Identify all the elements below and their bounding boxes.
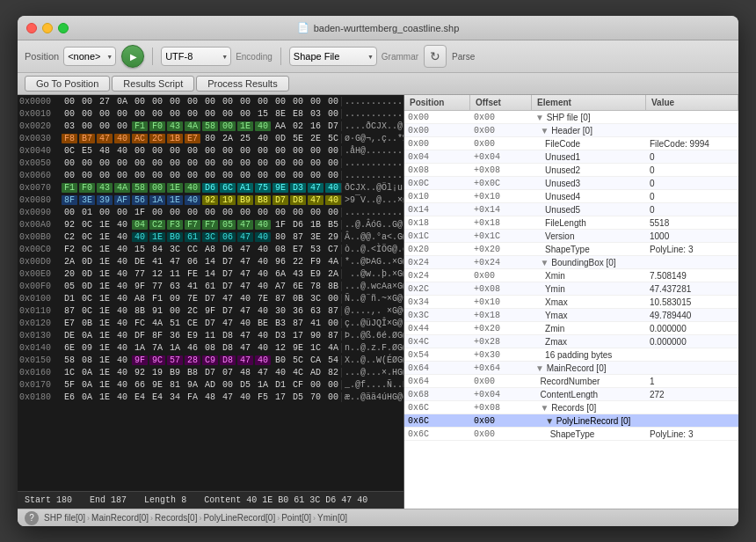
- tree-row-ymin[interactable]: 0x2C +0x08 Ymin 47.437281: [404, 282, 738, 296]
- tree-row-recordnumber[interactable]: 0x64 0x00 RecordNumber 1: [404, 375, 738, 388]
- hex-row-00f0: 0x00F0 050D1E40 9F776341 61D74740 A76E78…: [18, 280, 403, 292]
- position-select[interactable]: <none>: [63, 47, 116, 66]
- hex-row-0040: 0x0040 0CE54840 00000000 00000000 000000…: [18, 144, 403, 157]
- tree-row-shapetype-record[interactable]: 0x6C 0x00 ShapeType PolyLine: 3: [404, 428, 738, 441]
- tree-row-shp-file[interactable]: 0x00 0x00 ▼ SHP file [0]: [404, 111, 738, 124]
- tree-row-zmax[interactable]: 0x4C +0x28 Zmax 0.000000: [404, 335, 738, 348]
- tree-row-unused3[interactable]: 0x0C +0x0C Unused3 0: [404, 177, 738, 190]
- bc-shpfile[interactable]: SHP file[0]: [44, 513, 85, 523]
- bc-polylinerecord[interactable]: PolyLineRecord[0]: [203, 513, 275, 523]
- tree-panel: Position Offset Element Value 0x00 0x00 …: [404, 95, 738, 509]
- grammar-select[interactable]: Shape File: [289, 47, 377, 66]
- hex-row-0150: 0x0150 58081E40 9F9C5728 C9D84740 B05CCA…: [18, 354, 403, 366]
- hex-row-00b0: 0x00B0 C20C1E40 401EB061 3C064740 80873E…: [18, 231, 403, 243]
- traffic-lights: [26, 23, 69, 33]
- hex-row-0070: 0x0070 F1F0434A 58001E40 D66CA175 9ED347…: [18, 181, 403, 194]
- tree-row-ymax[interactable]: 0x3C +0x18 Ymax 49.789440: [404, 309, 738, 322]
- tree-row-unused2[interactable]: 0x08 +0x08 Unused2 0: [404, 164, 738, 177]
- end-value: End 187: [90, 495, 127, 505]
- tree-row-filecode[interactable]: 0x00 0x00 FileCode FileCode: 9994: [404, 137, 738, 150]
- title-bar: 📄 baden-wurttemberg_coastline.shp: [18, 16, 738, 40]
- hex-row-0120: 0x0120 E70B1E40 FC4A51CE D74740BE B38741…: [18, 317, 403, 329]
- hex-row-00a0: 0x00A0 920C1E40 04C2F3F7 F7054740 1FD61B…: [18, 218, 403, 231]
- tree-row-polylinerecord[interactable]: 0x6C 0x00 ▼ PolyLineRecord [0]: [404, 414, 738, 428]
- tab-go-to-position[interactable]: Go To Position: [25, 76, 110, 92]
- main-window: 📄 baden-wurttemberg_coastline.shp Positi…: [18, 16, 738, 526]
- tree-header: Position Offset Element Value: [404, 95, 738, 111]
- tree-row-shapetype-header[interactable]: 0x20 +0x20 ShapeType PolyLine: 3: [404, 243, 738, 256]
- window-title: 📄 baden-wurttemberg_coastline.shp: [297, 22, 460, 33]
- bc-arrow-2: ›: [150, 514, 153, 523]
- col-header-element: Element: [532, 95, 646, 110]
- col-header-position: Position: [404, 95, 470, 110]
- bc-mainrecord[interactable]: MainRecord[0]: [91, 513, 149, 523]
- hex-row-0180: 0x0180 E60A1E40 E4E434FA 484740F5 17D570…: [18, 391, 403, 403]
- grammar-select-wrapper: Shape File: [289, 47, 377, 66]
- tree-row-filelength[interactable]: 0x18 +0x18 FileLength 5518: [404, 216, 738, 230]
- separator-1: [152, 48, 153, 65]
- tree-row-unused1[interactable]: 0x04 +0x04 Unused1 0: [404, 150, 738, 164]
- tree-row-xmin[interactable]: 0x24 0x00 Xmin 7.508149: [404, 269, 738, 282]
- hex-row-0100: 0x0100 D10C1E40 A8F1097E D747407E 870B3C…: [18, 292, 403, 304]
- tab-results-script[interactable]: Results Script: [112, 76, 194, 92]
- tree-row-header[interactable]: 0x00 0x00 ▼ Header [0]: [404, 124, 738, 137]
- hex-row-0160: 0x0160 1C0A1E40 9219B9B8 D7074847 404CAD…: [18, 366, 403, 378]
- tree-row-unused4[interactable]: 0x10 +0x10 Unused4 0: [404, 190, 738, 203]
- bc-ymin[interactable]: Ymin[0]: [317, 513, 347, 523]
- tree-row-padding[interactable]: 0x54 +0x30 16 padding bytes: [404, 348, 738, 362]
- bc-arrow-5: ›: [313, 514, 316, 523]
- hex-row-0030: 0x0030 F8B74740 AC2C1BE7 802A2540 0D5E2E…: [18, 132, 403, 144]
- tree-row-boundingbox[interactable]: 0x24 +0x24 ▼ BoundingBox [0]: [404, 256, 738, 269]
- tab-process-results[interactable]: Process Results: [196, 76, 288, 92]
- col-header-offset: Offset: [470, 95, 532, 110]
- encoding-select[interactable]: UTF-8: [161, 47, 231, 66]
- position-group: Position <none>: [25, 47, 116, 66]
- hex-panel: 0x0000 0000270A 00000000 00000000 000000…: [18, 95, 404, 509]
- hex-row-0020: 0x0020 03000000 F1F0434A 58001E40 AA0216…: [18, 120, 403, 132]
- hex-content: 0x0000 0000270A 00000000 00000000 000000…: [18, 95, 403, 491]
- hex-row-0050: 0x0050 00000000 00000000 00000000 000000…: [18, 157, 403, 169]
- hex-row-0060: 0x0060 00000000 00000000 00000000 000000…: [18, 169, 403, 181]
- main-toolbar: Position <none> UTF-8 Encoding: [18, 40, 738, 73]
- tree-row-records[interactable]: 0x6C +0x08 ▼ Records [0]: [404, 401, 738, 414]
- encoding-label: Encoding: [236, 52, 273, 62]
- grammar-label: Grammar: [382, 52, 418, 62]
- tabs-toolbar: Go To Position Results Script Process Re…: [18, 73, 738, 95]
- tree-row-xmax[interactable]: 0x34 +0x10 Xmax 10.583015: [404, 296, 738, 309]
- close-button[interactable]: [26, 23, 37, 33]
- main-content: 0x0000 0000270A 00000000 00000000 000000…: [18, 95, 738, 509]
- bc-arrow-4: ›: [277, 514, 280, 523]
- tree-body: 0x00 0x00 ▼ SHP file [0] 0x00 0x00 ▼ Hea…: [404, 111, 738, 509]
- hex-row-0010: 0x0010 00000000 00000000 00000015 8EE803…: [18, 107, 403, 120]
- tree-row-zmin[interactable]: 0x44 +0x20 Zmin 0.000000: [404, 322, 738, 335]
- bc-point[interactable]: Point[0]: [281, 513, 311, 523]
- hex-row-0170: 0x0170 5F0A1E40 669E819A AD00D51A D1CF00…: [18, 378, 403, 391]
- hex-row-0080: 0x0080 8F3E39AF 561A1E40 9219B9B8 D7D847…: [18, 194, 403, 206]
- col-header-value: Value: [646, 95, 738, 110]
- tree-row-unused5[interactable]: 0x14 +0x14 Unused5 0: [404, 203, 738, 216]
- hex-row-00d0: 0x00D0 2A0D1E40 DE414706 14D74740 9622F9…: [18, 255, 403, 267]
- hex-row-00e0: 0x00E0 200D1E40 771211FE 14D74740 6A43E9…: [18, 267, 403, 280]
- bc-records[interactable]: Records[0]: [155, 513, 197, 523]
- breadcrumb-bar: ? SHP file[0] › MainRecord[0] › Records[…: [18, 509, 738, 526]
- maximize-button[interactable]: [58, 23, 69, 33]
- content-value: Content 40 1E B0 61 3C D6 47 40: [204, 495, 367, 505]
- hex-row-0140: 0x0140 6E091E40 1A7A1A46 08D84740 129E1C…: [18, 341, 403, 354]
- encoding-select-wrapper: UTF-8: [161, 47, 231, 66]
- length-value: Length 8: [144, 495, 186, 505]
- grammar-group: Shape File Grammar: [289, 47, 418, 66]
- bc-arrow-3: ›: [199, 514, 201, 523]
- bc-arrow-1: ›: [87, 514, 90, 523]
- tree-row-mainrecord[interactable]: 0x64 +0x64 ▼ MainRecord [0]: [404, 362, 738, 375]
- parse-button[interactable]: ↻: [424, 45, 447, 68]
- tree-row-contentlength[interactable]: 0x68 +0x04 ContentLength 272: [404, 388, 738, 401]
- hex-row-0130: 0x0130 DE0A1E40 DF8F36E9 11D84740 D31790…: [18, 329, 403, 341]
- help-button[interactable]: ?: [25, 511, 39, 525]
- hex-row-0090: 0x0090 00010000 1F000000 00000000 000000…: [18, 206, 403, 218]
- encoding-group: UTF-8 Encoding: [161, 47, 273, 66]
- tree-row-version[interactable]: 0x1C +0x1C Version 1000: [404, 230, 738, 243]
- run-button[interactable]: [121, 45, 144, 68]
- hex-row-0000: 0x0000 0000270A 00000000 00000000 000000…: [18, 95, 403, 107]
- minimize-button[interactable]: [42, 23, 53, 33]
- start-value: Start 180: [25, 495, 72, 505]
